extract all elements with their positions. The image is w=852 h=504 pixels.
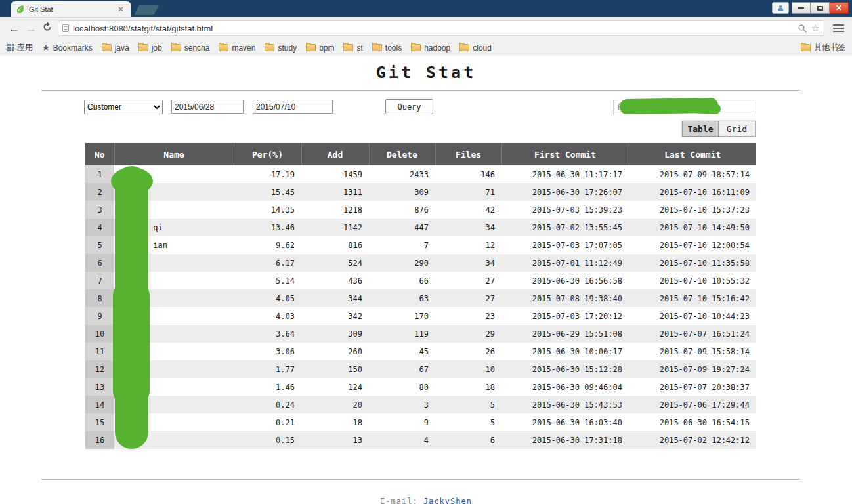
- cell: 2015-06-30 15:43:53: [501, 396, 629, 413]
- table-row: 2王15.451311309712015-06-30 17:26:072015-…: [85, 183, 756, 201]
- column-header: Files: [435, 143, 501, 165]
- table-view-button[interactable]: Table: [682, 121, 719, 136]
- forward-button[interactable]: →: [22, 22, 39, 35]
- cell: 27: [435, 272, 501, 289]
- folder-icon: [171, 44, 181, 51]
- bookmarks-button[interactable]: ★ Bookmarks: [42, 43, 93, 52]
- zoom-icon[interactable]: [798, 24, 807, 33]
- url-bar[interactable]: localhost:8080/statgit/stat/gitstat.html…: [58, 20, 824, 36]
- cell: 2015-06-30 15:12:28: [501, 360, 629, 378]
- bookmark-folder[interactable]: sencha: [171, 43, 210, 52]
- cell: 1142: [301, 219, 369, 236]
- customer-select[interactable]: Customer: [84, 100, 163, 114]
- cell: 14.35: [234, 201, 301, 219]
- cell: 6.17: [234, 254, 301, 272]
- view-toggle: Table Grid: [0, 120, 756, 137]
- cell: 17.19: [234, 165, 301, 183]
- maximize-icon: [817, 6, 823, 10]
- cell: 2015-07-03 17:20:12: [501, 307, 629, 325]
- cell: 16: [85, 431, 114, 449]
- minimize-icon: [798, 7, 804, 9]
- table-row: 10z3.64309119292015-06-29 15:51:082015-0…: [85, 325, 756, 343]
- cell: 18: [435, 378, 501, 396]
- cell: 119: [369, 325, 435, 343]
- menu-button[interactable]: [830, 24, 847, 32]
- cell: 12: [85, 360, 114, 378]
- cell: 5: [435, 396, 501, 413]
- cell: 14: [85, 396, 114, 413]
- bookmark-folder[interactable]: java: [102, 43, 129, 52]
- cell: 2015-07-09 15:58:14: [629, 343, 756, 360]
- cell: 2015-07-03 17:07:05: [501, 236, 629, 254]
- name-cell: z: [114, 325, 234, 343]
- spring-leaf-favicon: [16, 5, 25, 14]
- cell: 2015-07-10 16:11:09: [629, 183, 756, 201]
- name-cell: w: [114, 254, 234, 272]
- bookmark-folder[interactable]: tools: [372, 43, 402, 52]
- cell: 9: [85, 307, 114, 325]
- minimize-button[interactable]: [792, 2, 811, 14]
- close-button[interactable]: ✕: [830, 2, 849, 14]
- bookmark-folder[interactable]: hadoop: [411, 43, 450, 52]
- bookmark-star-icon[interactable]: ☆: [811, 22, 820, 34]
- name-cell: 王: [114, 183, 234, 201]
- folder-icon: [801, 44, 811, 51]
- cell: 2015-06-30 17:31:18: [501, 431, 629, 449]
- name-cell: [114, 272, 234, 289]
- refresh-button[interactable]: [39, 22, 55, 35]
- cell: 816: [301, 236, 369, 254]
- cell: 5: [85, 236, 114, 254]
- name-cell: t: [114, 360, 234, 378]
- table-row: 75.1443666272015-06-30 16:56:582015-07-1…: [85, 272, 756, 289]
- cell: 1459: [301, 165, 369, 183]
- bookmark-folder[interactable]: bpm: [306, 43, 334, 52]
- cell: 876: [369, 201, 435, 219]
- cell: 3: [85, 201, 114, 219]
- column-header: Name: [114, 143, 234, 165]
- back-button[interactable]: ←: [5, 22, 22, 35]
- table-row: 6w6.17524290342015-07-01 11:12:492015-07…: [85, 254, 756, 272]
- apps-button[interactable]: 应用: [7, 42, 33, 53]
- stat-table-wrap: NoNamePer(%)AddDeleteFilesFirst CommitLa…: [85, 143, 756, 449]
- bookmark-folder[interactable]: cloud: [459, 43, 492, 52]
- cell: 1.77: [234, 360, 301, 378]
- star-icon: ★: [42, 43, 50, 52]
- bookmark-folder[interactable]: maven: [219, 43, 255, 52]
- cell: 4.03: [234, 307, 301, 325]
- path-input[interactable]: [613, 100, 756, 114]
- date-to-input[interactable]: [253, 100, 333, 114]
- cell: 15.45: [234, 183, 301, 201]
- cell: 2: [85, 183, 114, 201]
- other-bookmarks-button[interactable]: 其他书签: [801, 42, 845, 53]
- cell: 2015-06-30 10:00:17: [501, 343, 629, 360]
- bookmark-folder[interactable]: st: [343, 43, 362, 52]
- cell: 2015-07-10 10:55:32: [629, 272, 756, 289]
- date-from-input[interactable]: [171, 100, 244, 114]
- profile-button[interactable]: [772, 2, 789, 14]
- cell: 1218: [301, 201, 369, 219]
- cell: 2015-07-01 11:12:49: [501, 254, 629, 272]
- bookmark-folder-label: st: [356, 43, 362, 52]
- cell: 2015-07-09 18:57:14: [629, 165, 756, 183]
- table-row: 3q14.351218876422015-07-03 15:39:232015-…: [85, 201, 756, 219]
- url-text[interactable]: localhost:8080/statgit/stat/gitstat.html: [73, 24, 798, 33]
- name-cell: c: [114, 343, 234, 360]
- grid-view-button[interactable]: Grid: [719, 121, 756, 136]
- name-cell: [114, 289, 234, 307]
- maximize-button[interactable]: [811, 2, 830, 14]
- browser-tab[interactable]: Git Stat ✕: [11, 1, 131, 17]
- email-label: E-mail:: [380, 497, 418, 504]
- new-tab-button[interactable]: [135, 5, 159, 15]
- cell: 2015-06-30 17:26:07: [501, 183, 629, 201]
- cell: 13: [85, 378, 114, 396]
- cell: 5.14: [234, 272, 301, 289]
- bookmark-folder-label: bpm: [319, 43, 334, 52]
- bookmark-folder[interactable]: job: [138, 43, 162, 52]
- email-link[interactable]: JackyShen: [423, 497, 472, 504]
- tab-close-icon[interactable]: ✕: [116, 5, 126, 14]
- bottom-divider: [41, 479, 800, 480]
- cell: 42: [435, 201, 501, 219]
- bookmark-folder[interactable]: study: [265, 43, 297, 52]
- name-cell: y: [114, 396, 234, 413]
- query-button[interactable]: Query: [385, 99, 433, 114]
